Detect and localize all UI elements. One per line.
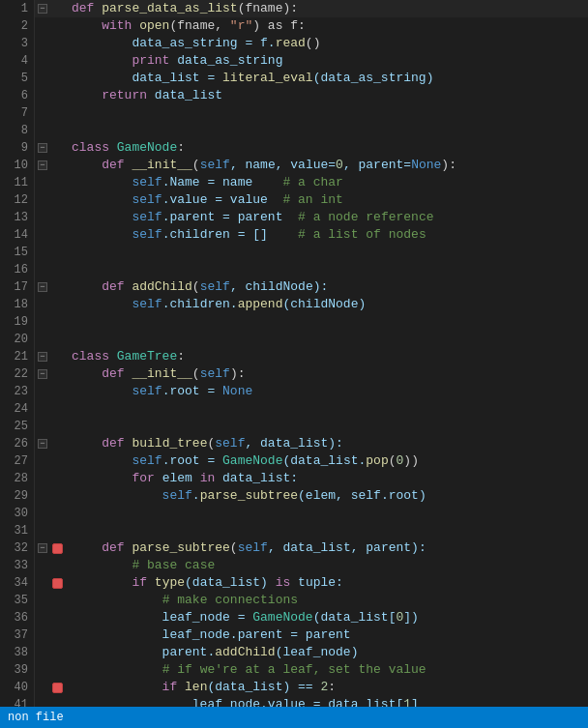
- breakpoint-gutter[interactable]: [50, 70, 64, 87]
- code-content: self.children = [] # a list of nodes: [64, 226, 588, 244]
- code-content: self.value = value # an int: [64, 191, 588, 209]
- token: (fname,: [169, 18, 229, 33]
- breakpoint-gutter[interactable]: [50, 226, 64, 244]
- token: , data_list):: [245, 436, 342, 451]
- token: append: [238, 297, 283, 311]
- breakpoint-gutter[interactable]: [50, 313, 64, 331]
- token: GameNode: [222, 453, 282, 468]
- line-number: 35: [0, 592, 35, 609]
- breakpoint-gutter[interactable]: [50, 505, 64, 522]
- breakpoint-gutter[interactable]: [50, 209, 64, 226]
- fold-gutter: [35, 174, 50, 191]
- breakpoint-gutter[interactable]: [50, 661, 64, 679]
- breakpoint-gutter[interactable]: [50, 348, 64, 365]
- fold-gutter[interactable]: −: [35, 348, 50, 365]
- token: (leaf_node): [276, 645, 359, 659]
- code-content: leaf_node = GameNode(data_list[0]): [64, 609, 588, 626]
- token: self: [72, 488, 192, 503]
- code-content: self.parent = parent # a node reference: [64, 209, 588, 226]
- fold-gutter: [35, 644, 50, 661]
- token: def: [72, 158, 132, 172]
- fold-gutter: [35, 505, 50, 522]
- breakpoint-gutter[interactable]: [50, 522, 64, 539]
- breakpoint-gutter[interactable]: [50, 609, 64, 626]
- breakpoint-gutter[interactable]: [50, 400, 64, 418]
- fold-gutter: [35, 261, 50, 278]
- breakpoint-gutter[interactable]: [50, 539, 64, 557]
- fold-gutter: [35, 244, 50, 261]
- breakpoint-gutter[interactable]: [50, 174, 64, 191]
- code-line: 8: [0, 122, 588, 139]
- breakpoint-gutter[interactable]: [50, 87, 64, 104]
- token: .parent = parent: [162, 210, 298, 224]
- breakpoint-gutter[interactable]: [50, 139, 64, 157]
- fold-gutter[interactable]: −: [35, 157, 50, 174]
- token: 0: [336, 158, 343, 172]
- breakpoint-gutter[interactable]: [50, 679, 64, 696]
- code-line: 35 # make connections: [0, 592, 588, 609]
- fold-gutter[interactable]: −: [35, 539, 50, 557]
- token: , parent=: [343, 158, 411, 172]
- code-content: def addChild(self, childNode):: [64, 278, 588, 296]
- token: self: [200, 158, 230, 172]
- token: parse_data_as_list: [102, 1, 237, 15]
- breakpoint-gutter[interactable]: [50, 365, 64, 383]
- token: (data_list.: [282, 453, 366, 468]
- breakpoint-gutter[interactable]: [50, 17, 64, 35]
- breakpoint-gutter[interactable]: [50, 0, 64, 17]
- fold-gutter: [35, 383, 50, 400]
- token: def: [72, 540, 132, 555]
- breakpoint-gutter[interactable]: [50, 418, 64, 435]
- code-line: 23 self.root = None: [0, 383, 588, 400]
- breakpoint-gutter[interactable]: [50, 278, 64, 296]
- breakpoint-gutter[interactable]: [50, 592, 64, 609]
- line-number: 23: [0, 383, 35, 400]
- token: :: [328, 680, 336, 694]
- breakpoint-gutter[interactable]: [50, 557, 64, 574]
- breakpoint-gutter[interactable]: [50, 487, 64, 505]
- breakpoint-gutter[interactable]: [50, 626, 64, 644]
- fold-gutter[interactable]: −: [35, 0, 50, 17]
- fold-gutter[interactable]: −: [35, 139, 50, 157]
- token: (): [306, 36, 321, 50]
- code-line: 17− def addChild(self, childNode):: [0, 278, 588, 296]
- breakpoint-gutter[interactable]: [50, 435, 64, 452]
- breakpoint-gutter[interactable]: [50, 35, 64, 52]
- breakpoint-gutter[interactable]: [50, 383, 64, 400]
- breakpoint-gutter[interactable]: [50, 470, 64, 487]
- token: .Name = name: [162, 175, 283, 189]
- breakpoint-gutter[interactable]: [50, 122, 64, 139]
- breakpoint-gutter[interactable]: [50, 104, 64, 122]
- code-content: self.children.append(childNode): [64, 296, 588, 313]
- code-content: leaf_node.parent = parent: [64, 626, 588, 644]
- line-number: 13: [0, 209, 35, 226]
- token: , name, value=: [230, 158, 336, 172]
- fold-gutter: [35, 626, 50, 644]
- breakpoint-gutter[interactable]: [50, 261, 64, 278]
- breakpoint-gutter[interactable]: [50, 191, 64, 209]
- code-content: self.parse_subtree(elem, self.root): [64, 487, 588, 505]
- breakpoint-gutter[interactable]: [50, 296, 64, 313]
- line-number: 32: [0, 539, 35, 557]
- token: self: [72, 384, 162, 398]
- breakpoint-gutter[interactable]: [50, 157, 64, 174]
- code-line: 32− def parse_subtree(self, data_list, p…: [0, 539, 588, 557]
- token: return: [72, 88, 155, 102]
- breakpoint-gutter[interactable]: [50, 52, 64, 70]
- token: data_as_string: [177, 53, 282, 68]
- code-line: 29 self.parse_subtree(elem, self.root): [0, 487, 588, 505]
- code-line: 12 self.value = value # an int: [0, 191, 588, 209]
- fold-gutter[interactable]: −: [35, 365, 50, 383]
- token: :: [177, 349, 185, 364]
- breakpoint-gutter[interactable]: [50, 244, 64, 261]
- fold-gutter[interactable]: −: [35, 278, 50, 296]
- breakpoint-gutter[interactable]: [50, 644, 64, 661]
- code-content: [64, 122, 588, 139]
- fold-gutter[interactable]: −: [35, 435, 50, 452]
- token: addChild: [215, 645, 275, 659]
- code-content: data_list = literal_eval(data_as_string): [64, 70, 588, 87]
- breakpoint-gutter[interactable]: [50, 574, 64, 592]
- token: def: [72, 1, 102, 15]
- breakpoint-gutter[interactable]: [50, 331, 64, 348]
- breakpoint-gutter[interactable]: [50, 452, 64, 470]
